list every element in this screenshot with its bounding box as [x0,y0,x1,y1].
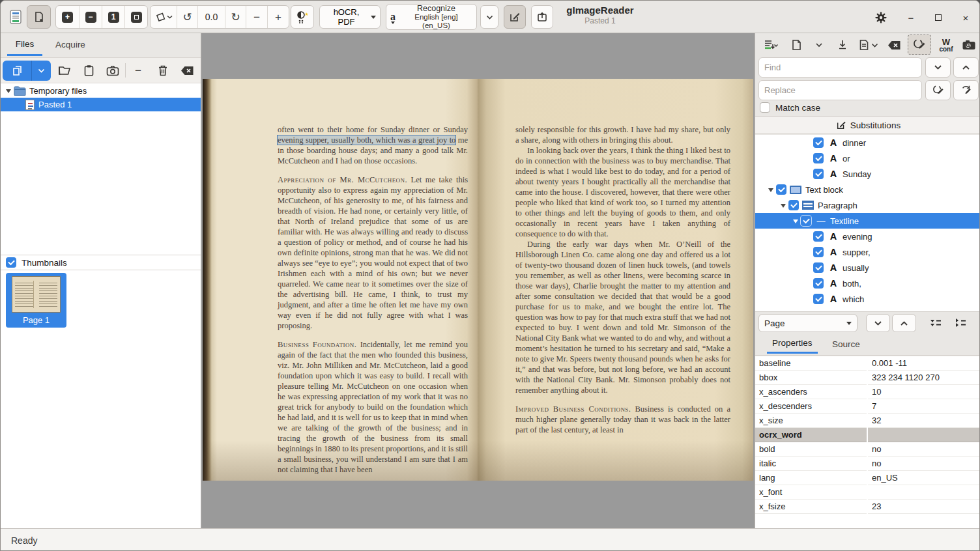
property-row[interactable]: x_font [755,485,980,500]
add-images-menu[interactable] [31,61,51,81]
property-row[interactable]: lang en_US [755,471,980,485]
rotation-value[interactable]: 0.0 [197,6,225,28]
recognize-menu-button[interactable] [480,5,498,29]
tab-source[interactable]: Source [827,334,865,354]
settings-button[interactable] [872,9,889,26]
page-select-dropdown[interactable]: Page [758,314,857,332]
item-checkbox[interactable] [788,200,799,210]
expander-icon[interactable] [768,188,773,195]
hocr-tree-row[interactable]: usually [755,260,980,276]
prev-item-button[interactable] [892,314,916,332]
tab-properties[interactable]: Properties [767,334,818,354]
zoom-in-button[interactable]: + [56,6,79,28]
item-checkbox[interactable] [776,184,786,195]
item-checkbox[interactable] [813,137,824,148]
screenshot-camera-button[interactable] [104,61,122,79]
find-prev-button[interactable] [953,57,979,78]
page-plus-button[interactable]: + [267,6,289,28]
substitutions-button[interactable]: Substitutions [755,116,980,134]
clear-sources-button[interactable] [178,61,196,79]
page-minus-button[interactable]: − [246,6,267,28]
property-row[interactable]: italic no [755,457,980,471]
hocr-tree-row[interactable]: Text block [755,182,980,197]
minimize-button[interactable]: − [902,9,919,26]
maximize-button[interactable] [930,9,947,26]
zoom-out-button[interactable]: − [79,6,102,28]
find-input[interactable] [758,57,922,78]
replace-button[interactable] [925,80,951,100]
zoom-original-button[interactable]: 1 [102,6,124,28]
hocr-tree-row[interactable]: dinner [755,135,980,150]
rotate-cw-button[interactable]: ↻ [225,6,246,28]
insert-mode-button[interactable] [759,35,783,55]
find-next-button[interactable] [925,57,951,78]
paste-image-icon[interactable] [3,61,31,81]
item-checkbox[interactable] [801,216,811,226]
clear-output-button[interactable] [886,35,902,55]
property-row[interactable]: baseline 0.001 -11 [755,356,980,371]
property-row[interactable]: x_descenders 7 [755,399,980,414]
open-folder-button[interactable] [55,61,74,79]
find-replace-toggle[interactable] [908,35,931,55]
property-row[interactable]: x_ascenders 10 [755,385,980,399]
remove-source-button[interactable]: − [129,61,147,79]
replace-all-button[interactable] [953,80,979,100]
save-output-button[interactable] [857,35,880,55]
output-menu-chevron[interactable] [811,35,827,55]
zoom-fit-button[interactable] [124,6,147,28]
paste-clipboard-button[interactable] [79,61,98,79]
page-thumbnail[interactable]: Page 1 [6,273,66,328]
expand-all-button[interactable] [923,314,947,332]
output-format-dropdown[interactable]: hOCR, PDF [319,5,381,29]
property-row[interactable]: bbox 323 234 1120 270 [755,371,980,385]
property-row[interactable]: ocrx_word [755,428,980,442]
tab-acquire[interactable]: Acquire [49,33,92,56]
sources-pane-toggle-button[interactable] [27,5,51,29]
item-checkbox[interactable] [813,247,824,257]
thumbnails-checkbox[interactable] [6,257,16,268]
hocr-tree-row[interactable]: Textline [755,213,980,229]
selected-textline-highlight[interactable]: evening supper, usually both, which was … [278,135,455,145]
property-row[interactable]: bold no [755,442,980,457]
import-text-button[interactable] [835,35,850,55]
next-item-button[interactable] [866,314,890,332]
match-case-checkbox[interactable] [760,102,770,113]
hocr-tree-row[interactable]: Sunday [755,166,980,182]
hocr-tree-row[interactable]: evening [755,229,980,244]
titlebar: + − 1 ↺ 0.0 ↻ − + hOCR, PDF a Reco [1,1,979,33]
scanned-book-image[interactable]: often went to their home for Sunday dinn… [203,79,753,481]
expander-icon[interactable] [6,89,11,96]
tree-folder-row[interactable]: Temporary files [1,84,201,98]
item-checkbox[interactable] [813,278,824,289]
recognize-button[interactable]: a Recognize English [eng] (en_US) [386,4,477,30]
property-row[interactable]: x_fsize 23 [755,500,980,514]
item-checkbox[interactable] [813,153,824,163]
tree-file-row-selected[interactable]: Pasted 1 [1,98,201,111]
add-images-split-button[interactable] [3,61,51,81]
delete-source-button[interactable] [154,61,172,79]
collapse-all-button[interactable] [948,314,972,332]
show-confidence-button[interactable]: W conf [935,35,957,55]
expander-icon[interactable] [781,204,786,210]
hocr-tree-row[interactable]: or [755,150,980,166]
item-checkbox[interactable] [813,294,824,304]
item-checkbox[interactable] [813,262,824,273]
ocr-output-pane-toggle[interactable] [504,5,526,29]
open-output-button[interactable] [788,35,805,55]
property-row[interactable]: x_size 32 [755,414,980,428]
close-button[interactable]: × [957,9,974,26]
rotate-ccw-button[interactable]: ↺ [177,6,197,28]
item-checkbox[interactable] [813,169,824,179]
replace-input[interactable] [758,80,922,100]
item-checkbox[interactable] [813,231,824,242]
document-canvas[interactable]: often went to their home for Sunday dinn… [201,33,755,528]
hocr-tree-row[interactable]: supper, [755,244,980,260]
hocr-tree-row[interactable]: Paragraph [755,197,980,213]
hocr-tree-row[interactable]: both, [755,276,980,291]
rotate-mode-dropdown[interactable] [151,6,177,28]
tab-files[interactable]: Files [7,33,42,56]
hocr-tree-row[interactable]: which [755,291,980,307]
expander-icon[interactable] [793,219,798,226]
preview-button[interactable] [960,35,978,55]
image-controls-button[interactable] [291,5,314,29]
